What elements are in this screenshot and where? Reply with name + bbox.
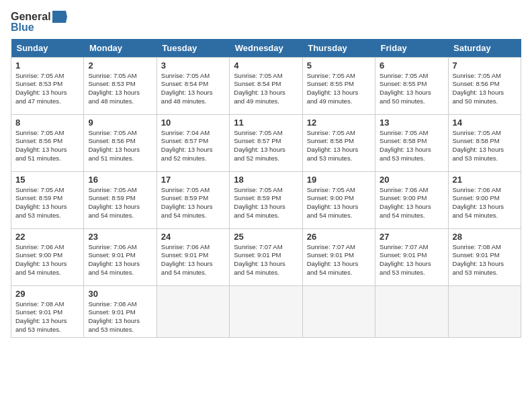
calendar-cell: 25Sunrise: 7:07 AMSunset: 9:01 PMDayligh… (230, 228, 302, 285)
day-header-saturday: Saturday (448, 39, 521, 58)
day-info: Sunrise: 7:08 AMSunset: 9:01 PMDaylight:… (453, 243, 517, 277)
logo-blue: Blue (11, 21, 67, 34)
day-number: 2 (88, 60, 152, 71)
calendar-cell: 6Sunrise: 7:05 AMSunset: 8:55 PMDaylight… (375, 57, 448, 114)
calendar-cell: 28Sunrise: 7:08 AMSunset: 9:01 PMDayligh… (448, 228, 521, 285)
day-number: 19 (307, 175, 371, 185)
day-number: 24 (161, 232, 225, 242)
day-info: Sunrise: 7:05 AMSunset: 8:59 PMDaylight:… (161, 186, 225, 220)
day-info: Sunrise: 7:05 AMSunset: 8:56 PMDaylight:… (453, 72, 517, 106)
day-number: 18 (234, 175, 298, 185)
day-info: Sunrise: 7:05 AMSunset: 8:57 PMDaylight:… (234, 129, 298, 163)
day-number: 14 (453, 118, 517, 128)
day-info: Sunrise: 7:08 AMSunset: 9:01 PMDaylight:… (88, 300, 152, 334)
day-info: Sunrise: 7:05 AMSunset: 8:53 PMDaylight:… (88, 72, 152, 106)
week-row-3: 15Sunrise: 7:05 AMSunset: 8:59 PMDayligh… (11, 171, 521, 228)
day-number: 28 (453, 232, 517, 242)
day-header-tuesday: Tuesday (157, 39, 229, 58)
day-number: 11 (234, 118, 298, 128)
day-header-thursday: Thursday (302, 39, 375, 58)
day-info: Sunrise: 7:05 AMSunset: 8:55 PMDaylight:… (307, 72, 371, 106)
day-number: 23 (88, 232, 152, 242)
calendar-cell (157, 285, 229, 337)
day-info: Sunrise: 7:04 AMSunset: 8:57 PMDaylight:… (161, 129, 225, 163)
calendar-cell: 21Sunrise: 7:06 AMSunset: 9:00 PMDayligh… (448, 171, 521, 228)
week-row-4: 22Sunrise: 7:06 AMSunset: 9:00 PMDayligh… (11, 228, 521, 285)
calendar-cell (448, 285, 521, 337)
logo: General Blue (11, 11, 67, 34)
calendar-cell: 4Sunrise: 7:05 AMSunset: 8:54 PMDaylight… (230, 57, 302, 114)
day-info: Sunrise: 7:05 AMSunset: 8:53 PMDaylight:… (15, 72, 79, 106)
day-number: 22 (15, 232, 79, 242)
calendar-cell (302, 285, 375, 337)
calendar-cell: 30Sunrise: 7:08 AMSunset: 9:01 PMDayligh… (84, 285, 157, 337)
day-number: 21 (453, 175, 517, 185)
calendar-cell: 22Sunrise: 7:06 AMSunset: 9:00 PMDayligh… (11, 228, 84, 285)
day-number: 12 (307, 118, 371, 128)
day-number: 25 (234, 232, 298, 242)
calendar-cell: 11Sunrise: 7:05 AMSunset: 8:57 PMDayligh… (230, 114, 302, 171)
day-number: 15 (15, 175, 79, 185)
week-row-1: 1Sunrise: 7:05 AMSunset: 8:53 PMDaylight… (11, 57, 521, 114)
day-number: 4 (234, 60, 298, 71)
day-number: 27 (380, 232, 443, 242)
day-number: 3 (161, 60, 225, 71)
calendar-cell: 3Sunrise: 7:05 AMSunset: 8:54 PMDaylight… (157, 57, 229, 114)
days-header-row: SundayMondayTuesdayWednesdayThursdayFrid… (11, 39, 521, 58)
day-number: 10 (161, 118, 225, 128)
logo-container: General Blue (11, 11, 67, 34)
day-info: Sunrise: 7:05 AMSunset: 8:54 PMDaylight:… (161, 72, 225, 106)
calendar-cell: 14Sunrise: 7:05 AMSunset: 8:58 PMDayligh… (448, 114, 521, 171)
day-number: 30 (88, 289, 152, 299)
day-info: Sunrise: 7:05 AMSunset: 9:00 PMDaylight:… (307, 186, 371, 220)
day-info: Sunrise: 7:06 AMSunset: 9:01 PMDaylight:… (161, 243, 225, 277)
calendar-cell: 13Sunrise: 7:05 AMSunset: 8:58 PMDayligh… (375, 114, 448, 171)
day-header-friday: Friday (375, 39, 448, 58)
calendar-cell: 16Sunrise: 7:05 AMSunset: 8:59 PMDayligh… (84, 171, 157, 228)
calendar-cell: 7Sunrise: 7:05 AMSunset: 8:56 PMDaylight… (448, 57, 521, 114)
day-info: Sunrise: 7:05 AMSunset: 8:58 PMDaylight:… (453, 129, 517, 163)
day-info: Sunrise: 7:05 AMSunset: 8:59 PMDaylight:… (234, 186, 298, 220)
day-number: 5 (307, 60, 371, 71)
day-info: Sunrise: 7:05 AMSunset: 8:56 PMDaylight:… (15, 129, 79, 163)
calendar-cell (230, 285, 302, 337)
day-number: 26 (307, 232, 371, 242)
day-info: Sunrise: 7:05 AMSunset: 8:56 PMDaylight:… (88, 129, 152, 163)
week-row-5: 29Sunrise: 7:08 AMSunset: 9:01 PMDayligh… (11, 285, 521, 337)
day-number: 20 (380, 175, 443, 185)
day-info: Sunrise: 7:05 AMSunset: 8:58 PMDaylight:… (380, 129, 443, 163)
calendar-cell: 12Sunrise: 7:05 AMSunset: 8:58 PMDayligh… (302, 114, 375, 171)
day-header-sunday: Sunday (11, 39, 84, 58)
day-number: 13 (380, 118, 443, 128)
calendar-table: SundayMondayTuesdayWednesdayThursdayFrid… (11, 39, 521, 338)
calendar-cell: 23Sunrise: 7:06 AMSunset: 9:01 PMDayligh… (84, 228, 157, 285)
day-number: 29 (15, 289, 79, 299)
calendar-cell: 26Sunrise: 7:07 AMSunset: 9:01 PMDayligh… (302, 228, 375, 285)
day-info: Sunrise: 7:05 AMSunset: 8:55 PMDaylight:… (380, 72, 443, 106)
calendar-cell: 2Sunrise: 7:05 AMSunset: 8:53 PMDaylight… (84, 57, 157, 114)
day-info: Sunrise: 7:05 AMSunset: 8:58 PMDaylight:… (307, 129, 371, 163)
day-number: 16 (88, 175, 152, 185)
day-info: Sunrise: 7:07 AMSunset: 9:01 PMDaylight:… (380, 243, 443, 277)
day-number: 9 (88, 118, 152, 128)
calendar-cell: 29Sunrise: 7:08 AMSunset: 9:01 PMDayligh… (11, 285, 84, 337)
day-info: Sunrise: 7:08 AMSunset: 9:01 PMDaylight:… (15, 300, 79, 334)
day-number: 8 (15, 118, 79, 128)
day-info: Sunrise: 7:05 AMSunset: 8:59 PMDaylight:… (15, 186, 79, 220)
day-number: 17 (161, 175, 225, 185)
day-info: Sunrise: 7:06 AMSunset: 9:00 PMDaylight:… (15, 243, 79, 277)
calendar-cell: 15Sunrise: 7:05 AMSunset: 8:59 PMDayligh… (11, 171, 84, 228)
day-header-monday: Monday (84, 39, 157, 58)
calendar-cell: 10Sunrise: 7:04 AMSunset: 8:57 PMDayligh… (157, 114, 229, 171)
week-row-2: 8Sunrise: 7:05 AMSunset: 8:56 PMDaylight… (11, 114, 521, 171)
day-info: Sunrise: 7:07 AMSunset: 9:01 PMDaylight:… (307, 243, 371, 277)
calendar-cell: 20Sunrise: 7:06 AMSunset: 9:00 PMDayligh… (375, 171, 448, 228)
calendar-cell: 18Sunrise: 7:05 AMSunset: 8:59 PMDayligh… (230, 171, 302, 228)
day-info: Sunrise: 7:05 AMSunset: 8:54 PMDaylight:… (234, 72, 298, 106)
day-info: Sunrise: 7:06 AMSunset: 9:00 PMDaylight:… (453, 186, 517, 220)
calendar-cell: 24Sunrise: 7:06 AMSunset: 9:01 PMDayligh… (157, 228, 229, 285)
calendar-cell: 17Sunrise: 7:05 AMSunset: 8:59 PMDayligh… (157, 171, 229, 228)
day-info: Sunrise: 7:06 AMSunset: 9:00 PMDaylight:… (380, 186, 443, 220)
day-number: 1 (15, 60, 79, 71)
calendar-cell: 19Sunrise: 7:05 AMSunset: 9:00 PMDayligh… (302, 171, 375, 228)
